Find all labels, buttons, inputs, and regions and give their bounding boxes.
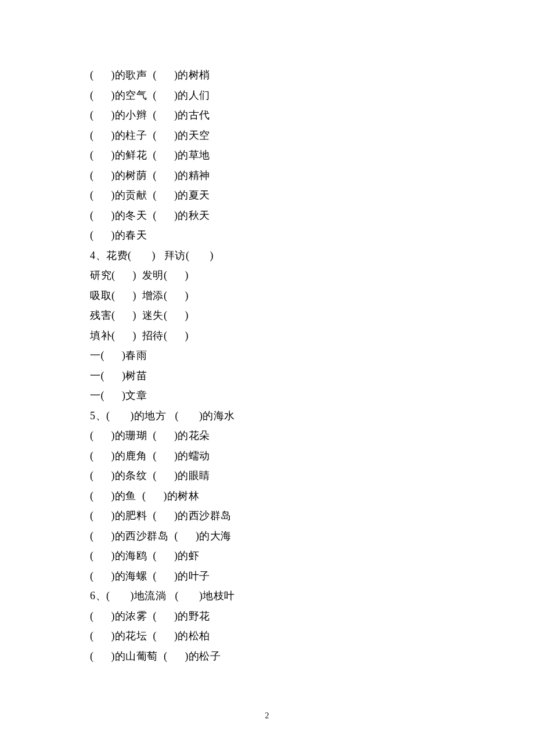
exercise-line: ( )的歌声 ( )的树梢: [90, 70, 444, 80]
exercise-line: ( )的鹿角 ( )的蠕动: [90, 451, 444, 461]
exercise-line: ( )的肥料 ( )的西沙群岛: [90, 510, 444, 521]
exercise-line: 一( )文章: [90, 390, 444, 401]
exercise-line: 填补( ) 招待( ): [90, 330, 444, 341]
exercise-line: ( )的西沙群岛 ( )的大海: [90, 531, 444, 541]
exercise-line: ( )的贡献 ( )的夏天: [90, 190, 444, 200]
exercise-line: ( )的条纹 ( )的眼睛: [90, 470, 444, 481]
exercise-line: ( )的花坛 ( )的松柏: [90, 631, 444, 641]
exercise-line: 吸取( ) 增添( ): [90, 290, 444, 301]
exercise-line: ( )的空气 ( )的人们: [90, 90, 444, 100]
exercise-line: ( )的柱子 ( )的天空: [90, 130, 444, 141]
exercise-line: ( )的鱼 ( )的树林: [90, 491, 444, 501]
exercise-line: ( )的冬天 ( )的秋天: [90, 210, 444, 221]
page-number: 2: [0, 712, 534, 720]
exercise-line: ( )的珊瑚 ( )的花朵: [90, 430, 444, 441]
exercise-line: 4、花费( ) 拜访( ): [90, 250, 444, 261]
exercise-line: 一( )春雨: [90, 350, 444, 361]
exercise-line: 残害( ) 迷失( ): [90, 310, 444, 321]
exercise-line: 5、( )的地方 ( )的海水: [90, 411, 444, 421]
exercise-line: 研究( ) 发明( ): [90, 270, 444, 280]
exercise-line: ( )的春天: [90, 230, 444, 240]
exercise-line: ( )的山葡萄 ( )的松子: [90, 651, 444, 661]
worksheet-content: ( )的歌声 ( )的树梢 ( )的空气 ( )的人们 ( )的小辫 ( )的古…: [90, 70, 444, 671]
exercise-line: ( )的小辫 ( )的古代: [90, 110, 444, 120]
exercise-line: ( )的海鸥 ( )的虾: [90, 550, 444, 561]
exercise-line: ( )的鲜花 ( )的草地: [90, 150, 444, 160]
exercise-line: 6、( )地流淌 ( )地枝叶: [90, 591, 444, 601]
exercise-line: ( )的海螺 ( )的叶子: [90, 571, 444, 581]
exercise-line: ( )的浓雾 ( )的野花: [90, 611, 444, 621]
exercise-line: 一( )树苗: [90, 370, 444, 381]
page: ( )的歌声 ( )的树梢 ( )的空气 ( )的人们 ( )的小辫 ( )的古…: [0, 0, 534, 756]
exercise-line: ( )的树荫 ( )的精神: [90, 170, 444, 181]
